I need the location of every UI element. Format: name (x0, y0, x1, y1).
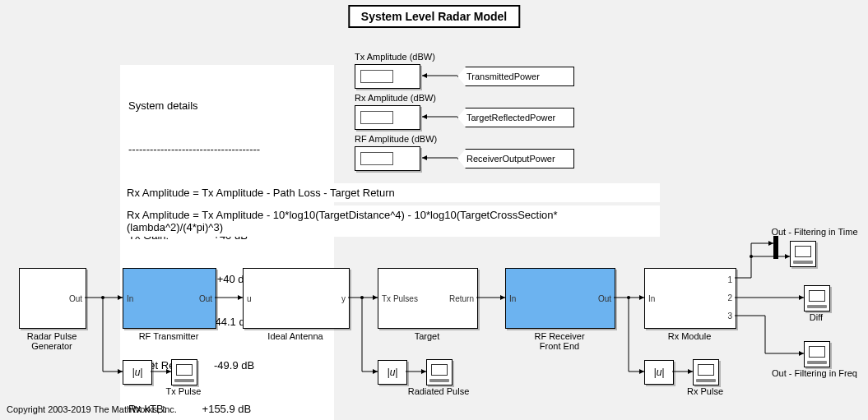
port-in: In (127, 294, 133, 303)
svg-point-14 (750, 255, 753, 258)
port-out: Out (598, 294, 611, 303)
rf-from-label: ReceiverOutputPower (466, 154, 555, 164)
port-out: Out (199, 294, 212, 303)
rf-transmitter-label: RF Transmitter (123, 331, 215, 341)
tx-from-label: TransmittedPower (466, 72, 540, 81)
rx-pulse-scope-label: Rx Pulse (675, 386, 736, 396)
ideal-antenna-label: Ideal Antenna (243, 331, 348, 341)
port-in: Tx Pulses (382, 294, 418, 303)
rf-receiver-block[interactable]: In Out (505, 268, 615, 329)
tx-pulse-scope[interactable] (171, 359, 197, 385)
note-row-target-return: Target Return: -49.9 dB (128, 358, 326, 373)
radar-pulse-generator-label: Radar Pulse Generator (7, 331, 97, 351)
rx-display-block[interactable] (355, 105, 420, 130)
simulink-canvas[interactable]: System Level Radar Model System details … (0, 0, 868, 420)
radiated-pulse-scope-label: Radiated Pulse (402, 386, 476, 396)
note-divider: ------------------------------------- (128, 142, 326, 157)
port-in: In (648, 294, 655, 303)
rx-monitor-label: Rx Amplitude (dBW) (355, 93, 436, 103)
port-in: u (247, 294, 252, 303)
port-out: Out (69, 294, 82, 303)
port-3: 3 (727, 312, 732, 321)
svg-point-10 (627, 296, 630, 299)
rx-from-block[interactable]: TargetReflectedPower (457, 108, 574, 127)
copyright-text: Copyright 2003-2019 The MathWorks, Inc. (7, 404, 177, 414)
tx-pulse-scope-label: Tx Pulse (155, 386, 212, 396)
rf-from-block[interactable]: ReceiverOutputPower (457, 149, 574, 168)
tx-monitor-label: Tx Amplitude (dBW) (355, 52, 435, 62)
rf-display-block[interactable] (355, 146, 420, 171)
model-title: System Level Radar Model (348, 5, 520, 28)
system-details-note: System details -------------------------… (120, 65, 334, 420)
abs-radiated-block[interactable]: |u| (378, 360, 407, 385)
rf-monitor-label: RF Amplitude (dBW) (355, 134, 437, 144)
ideal-antenna-block[interactable]: u y (243, 268, 350, 329)
rx-module-label: Rx Module (644, 331, 735, 341)
rx-module-block[interactable]: In 1 2 3 (644, 268, 736, 329)
tx-from-block[interactable]: TransmittedPower (457, 67, 574, 86)
target-label: Target (378, 331, 476, 341)
rf-transmitter-block[interactable]: In Out (123, 268, 216, 329)
rx-from-label: TargetReflectedPower (466, 113, 555, 122)
time-scope[interactable] (790, 241, 816, 267)
port-2: 2 (727, 293, 732, 302)
svg-point-9 (360, 296, 364, 299)
tx-display-block[interactable] (355, 64, 420, 89)
freq-scope[interactable] (804, 341, 830, 367)
radiated-pulse-scope[interactable] (426, 359, 453, 385)
port-out: Return (449, 294, 474, 303)
port-in: In (509, 294, 516, 303)
target-block[interactable]: Tx Pulses Return (378, 268, 478, 329)
diff-scope-label: Diff (800, 312, 833, 322)
port-out: y (341, 294, 346, 303)
port-1: 1 (727, 275, 732, 284)
terminator-block[interactable] (773, 236, 778, 259)
freq-scope-label: Out - Filtering in Freq (765, 368, 864, 378)
diff-scope[interactable] (804, 285, 830, 312)
formula-1: Rx Amplitude = Tx Amplitude - Path Loss … (120, 183, 660, 202)
rx-pulse-scope[interactable] (693, 359, 719, 385)
abs-tx-block[interactable]: |u| (123, 360, 152, 385)
radar-pulse-generator-block[interactable]: Out (19, 268, 86, 329)
svg-point-8 (101, 296, 104, 299)
formula-2: Rx Amplitude = Tx Amplitude - 10*log10(T… (120, 205, 660, 237)
time-scope-label: Out - Filtering in Time (765, 227, 864, 237)
abs-rx-block[interactable]: |u| (644, 360, 674, 385)
note-heading: System details (128, 99, 326, 113)
rf-receiver-label: RF Receiver Front End (505, 331, 614, 351)
